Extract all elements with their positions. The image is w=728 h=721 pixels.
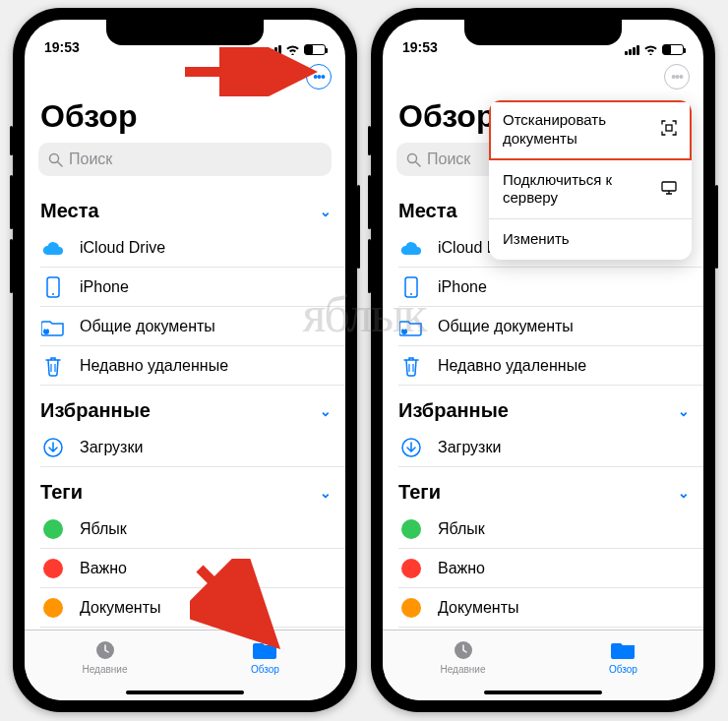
page-title: Обзор [25, 96, 345, 143]
chevron-down-icon: ⌄ [678, 403, 690, 419]
chevron-down-icon: ⌄ [320, 485, 332, 501]
scan-icon [660, 119, 678, 140]
tag-dot [401, 559, 421, 578]
status-time: 19:53 [402, 39, 438, 55]
tag-dot [401, 519, 421, 539]
trash-icon [40, 353, 66, 379]
row-iphone[interactable]: iPhone [40, 268, 345, 307]
row-shared[interactable]: Общие документы [398, 307, 703, 346]
svg-point-11 [408, 153, 417, 162]
battery-icon [304, 44, 326, 55]
svg-line-1 [58, 162, 62, 166]
tag-row[interactable]: Яблык [398, 510, 703, 549]
chevron-down-icon: ⌄ [678, 485, 690, 501]
svg-point-0 [50, 153, 59, 162]
svg-rect-20 [666, 125, 672, 131]
row-downloads[interactable]: Загрузки [398, 428, 703, 467]
svg-point-3 [52, 293, 54, 295]
signal-icon [267, 45, 281, 55]
tag-row[interactable]: Документы [398, 588, 703, 628]
row-iphone[interactable]: iPhone [398, 268, 703, 307]
tag-dot [43, 559, 63, 578]
row-icloud[interactable]: iCloud Drive [40, 228, 345, 268]
tag-dot [43, 598, 63, 618]
menu-connect[interactable]: Подключиться к серверу [489, 160, 692, 220]
phone-icon [40, 274, 66, 300]
home-indicator[interactable] [126, 691, 244, 694]
home-indicator[interactable] [484, 691, 602, 694]
tab-browse[interactable]: Обзор [185, 631, 345, 683]
download-icon [398, 435, 424, 460]
more-button[interactable]: ••• [664, 64, 690, 90]
download-icon [40, 435, 66, 460]
section-tags[interactable]: Теги ⌄ [40, 467, 345, 510]
tag-dot [401, 598, 421, 618]
tag-dot [43, 519, 63, 539]
folder-icon [611, 638, 637, 662]
row-shared[interactable]: Общие документы [40, 307, 345, 346]
tab-recent[interactable]: Недавние [25, 631, 185, 683]
tab-browse[interactable]: Обзор [543, 631, 703, 683]
context-menu: Отсканировать документы Подключиться к с… [489, 100, 692, 260]
svg-point-14 [410, 293, 412, 295]
server-icon [660, 180, 678, 199]
row-downloads[interactable]: Загрузки [40, 428, 345, 467]
row-trash[interactable]: Недавно удаленные [398, 346, 703, 386]
tab-recent[interactable]: Недавние [383, 631, 543, 683]
clock-icon [451, 638, 476, 662]
status-time: 19:53 [44, 39, 80, 55]
menu-edit[interactable]: Изменить [489, 219, 692, 260]
tag-row[interactable]: Важно [398, 549, 703, 588]
cloud-icon [40, 235, 66, 261]
wifi-icon [285, 44, 300, 55]
battery-icon [662, 44, 684, 55]
tag-row[interactable]: Важно [40, 549, 345, 588]
menu-scan[interactable]: Отсканировать документы [489, 100, 692, 160]
section-favorites[interactable]: Избранные ⌄ [40, 386, 345, 428]
tag-row[interactable]: Документы [40, 588, 345, 628]
signal-icon [625, 45, 639, 55]
chevron-down-icon: ⌄ [320, 204, 332, 219]
folder-icon [253, 638, 278, 662]
tag-row[interactable]: Яблык [40, 510, 345, 549]
status-bar: 19:53 [383, 20, 703, 57]
status-bar: 19:53 [25, 20, 345, 57]
phone-right: 19:53 ••• Обзор Поиск Места ⌄ [371, 8, 715, 712]
section-places[interactable]: Места ⌄ [40, 186, 345, 228]
folder-shared-icon [40, 314, 66, 339]
phone-icon [398, 274, 424, 300]
more-button[interactable]: ••• [306, 64, 332, 90]
search-input[interactable]: Поиск [38, 143, 332, 176]
phone-left: 19:53 ••• Обзор Поиск Места ⌄ [13, 8, 357, 712]
chevron-down-icon: ⌄ [320, 403, 332, 419]
svg-rect-21 [662, 182, 676, 191]
trash-icon [398, 353, 424, 379]
search-icon [48, 152, 63, 167]
row-trash[interactable]: Недавно удаленные [40, 346, 345, 386]
section-favorites[interactable]: Избранные ⌄ [398, 386, 703, 428]
wifi-icon [643, 44, 658, 55]
cloud-icon [398, 235, 424, 261]
clock-icon [92, 638, 118, 662]
section-tags[interactable]: Теги ⌄ [398, 467, 703, 510]
folder-shared-icon [398, 314, 424, 339]
svg-line-12 [416, 162, 420, 166]
search-icon [406, 152, 421, 167]
